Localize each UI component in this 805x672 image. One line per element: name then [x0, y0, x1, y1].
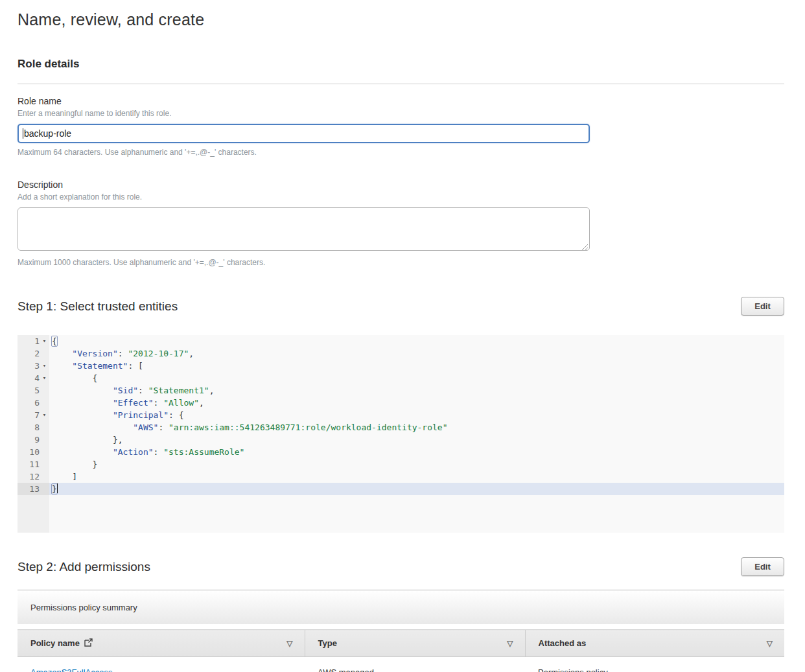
- code-line: {: [49, 372, 784, 384]
- role-name-input[interactable]: [18, 124, 590, 143]
- code-line: },: [49, 434, 784, 446]
- sort-dropdown-icon[interactable]: ▽: [286, 640, 292, 647]
- line-number: 2: [18, 347, 49, 360]
- fold-arrow-icon[interactable]: ▾: [40, 409, 49, 421]
- line-number: 7▾: [18, 409, 49, 421]
- trust-policy-editor[interactable]: 1▾23▾4▾567▾8910111213 { "Version": "2012…: [18, 335, 784, 533]
- line-number: 4▾: [18, 372, 49, 384]
- policy-attached-as-cell: Permissions policy: [525, 657, 784, 672]
- step1-edit-button[interactable]: Edit: [741, 297, 784, 316]
- line-number: 10: [18, 446, 49, 458]
- editor-gutter: 1▾23▾4▾567▾8910111213: [18, 335, 49, 533]
- code-line: "AWS": "arn:aws:iam::541263489771:role/w…: [49, 421, 784, 434]
- column-header-attached-as: Attached as ▽: [525, 630, 784, 657]
- line-number: 8: [18, 421, 49, 434]
- policy-type-cell: AWS managed: [305, 657, 525, 672]
- page-title: Name, review, and create: [18, 10, 784, 29]
- code-line: "Action": "sts:AssumeRole": [49, 446, 784, 458]
- editor-code: { "Version": "2012-10-17", "Statement": …: [49, 335, 784, 533]
- code-line: {: [49, 335, 784, 347]
- fold-arrow-icon[interactable]: ▾: [40, 360, 49, 372]
- step1-heading: Step 1: Select trusted entities: [18, 299, 178, 314]
- text-caret: [23, 128, 23, 139]
- line-number: 11: [18, 458, 49, 470]
- description-hint: Add a short explanation for this role.: [18, 192, 784, 202]
- description-textarea[interactable]: [18, 207, 590, 251]
- code-line: }: [49, 483, 784, 495]
- line-number: 3▾: [18, 360, 49, 372]
- description-label: Description: [18, 180, 784, 190]
- editor-cursor: [57, 483, 58, 493]
- code-line: "Principal": {: [49, 409, 784, 421]
- line-number: 13: [18, 483, 49, 495]
- role-name-label: Role name: [18, 96, 784, 106]
- fold-arrow-icon[interactable]: ▾: [40, 335, 49, 347]
- fold-arrow-icon[interactable]: ▾: [40, 372, 49, 384]
- line-number: 12: [18, 470, 49, 483]
- column-header-policy-name: Policy name ▽: [18, 630, 305, 657]
- resize-grip-icon[interactable]: [581, 243, 588, 250]
- policy-name-link[interactable]: AmazonS3FullAccess: [30, 667, 112, 672]
- step2-heading: Step 2: Add permissions: [18, 560, 150, 574]
- line-number: 5: [18, 384, 49, 397]
- permissions-summary-header: Permissions policy summary: [18, 590, 784, 624]
- column-header-type: Type ▽: [305, 630, 525, 657]
- code-line: "Sid": "Statement1",: [49, 384, 784, 397]
- code-line: }: [49, 458, 784, 470]
- line-number: 6: [18, 397, 49, 409]
- role-details-heading: Role details: [18, 58, 784, 71]
- line-number: 9: [18, 434, 49, 446]
- sort-dropdown-icon[interactable]: ▽: [767, 640, 773, 647]
- code-line: "Effect": "Allow",: [49, 397, 784, 409]
- name-review-create-page: Name, review, and create Role details Ro…: [0, 0, 805, 672]
- role-name-constraint: Maximum 64 characters. Use alphanumeric …: [18, 148, 784, 157]
- role-name-field: Role name Enter a meaningful name to ide…: [18, 96, 784, 157]
- permissions-table: Policy name ▽ Type ▽: [18, 629, 784, 672]
- step2-edit-button[interactable]: Edit: [741, 557, 784, 576]
- code-line: "Statement": [: [49, 360, 784, 372]
- description-field: Description Add a short explanation for …: [18, 180, 784, 267]
- code-line: ]: [49, 470, 784, 483]
- role-name-hint: Enter a meaningful name to identify this…: [18, 109, 784, 118]
- section-divider: [18, 84, 784, 84]
- code-line: "Version": "2012-10-17",: [49, 347, 784, 360]
- line-number: 1▾: [18, 335, 49, 347]
- table-row: AmazonS3FullAccess AWS managed Permissio…: [18, 657, 784, 672]
- permissions-summary-title: Permissions policy summary: [30, 603, 137, 612]
- description-constraint: Maximum 1000 characters. Use alphanumeri…: [18, 258, 784, 267]
- sort-dropdown-icon[interactable]: ▽: [507, 640, 513, 647]
- external-link-icon: [84, 638, 93, 649]
